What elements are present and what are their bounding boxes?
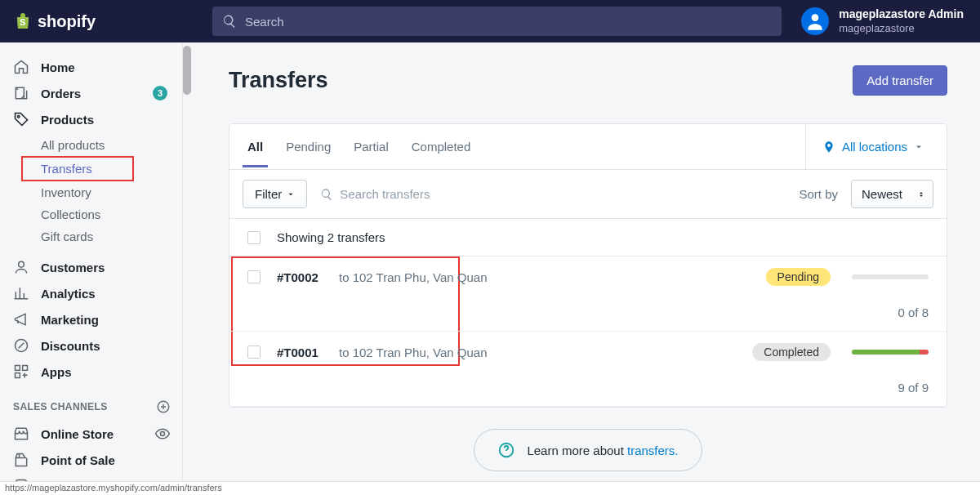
view-store-icon[interactable] [154,426,171,442]
user-store: mageplazastore [839,22,964,35]
transfers-card: All Pending Partial Completed All locati… [229,123,947,408]
tab-all[interactable]: All [236,127,274,167]
sub-item-collections[interactable]: Collections [0,203,182,225]
sub-item-gift-cards[interactable]: Gift cards [0,225,182,247]
svg-point-2 [17,115,20,118]
transfer-row[interactable]: #T0002 to 102 Tran Phu, Van Quan Pending… [229,256,947,332]
caret-down-icon [287,190,295,198]
discounts-icon [13,337,29,354]
sidebar-label: Products [41,113,94,127]
row-right: Pending [766,268,929,286]
add-transfer-button[interactable]: Add transfer [853,65,947,96]
tab-completed[interactable]: Completed [400,127,483,167]
marketing-icon [13,311,29,328]
progress-bar [852,274,929,279]
help-icon [497,441,515,459]
sidebar-label: Customers [41,261,105,274]
sidebar-label: Marketing [41,313,99,327]
logo-text: shopify [38,12,96,31]
row-checkbox[interactable] [247,270,261,283]
transfer-id: #T0001 [277,346,323,359]
filter-label: Filter [255,187,282,201]
select-all-checkbox[interactable] [247,231,261,244]
sidebar-item-analytics[interactable]: Analytics [0,280,182,306]
tabs: All Pending Partial Completed All locati… [229,124,947,170]
transfer-count: 0 of 8 [247,305,929,319]
progress-bar [852,350,929,355]
products-icon [13,111,29,127]
channel-online-store[interactable]: Online Store [0,421,182,447]
sub-item-inventory[interactable]: Inventory [0,181,182,203]
sub-item-transfers[interactable]: Transfers [21,156,134,181]
search-icon [320,188,333,201]
location-filter[interactable]: All locations [805,124,940,169]
learn-prefix: Learn more about [527,444,627,457]
sidebar-item-orders[interactable]: Orders 3 [0,80,182,106]
filter-button[interactable]: Filter [243,180,307,208]
page-title: Transfers [229,68,328,93]
sidebar-item-products[interactable]: Products [0,106,182,132]
shopify-logo[interactable]: S shopify [13,11,209,31]
user-text: mageplazastore Admin mageplazastore [839,7,964,35]
main-content: Transfers Add transfer All Pending Parti… [183,42,980,481]
sort-select[interactable]: Newest [851,180,933,208]
row-right: Completed [752,343,929,361]
search-icon [222,14,237,29]
sidebar-item-marketing[interactable]: Marketing [0,306,182,332]
orders-badge: 3 [153,86,167,100]
apps-icon [13,363,29,380]
sidebar-scrollbar[interactable] [183,46,191,95]
learn-more-link[interactable]: transfers. [627,444,679,457]
status-badge: Completed [752,343,831,361]
rows-container: #T0002 to 102 Tran Phu, Van Quan Pending… [229,256,947,407]
sidebar: Home Orders 3 Products All products Tran… [0,42,183,481]
avatar [801,7,829,35]
search-transfers[interactable] [320,187,786,201]
sidebar-label: Discounts [41,339,100,353]
channel-pos[interactable]: Point of Sale [0,447,182,473]
summary-text: Showing 2 transfers [277,230,385,244]
progress-fill [852,350,920,355]
transfer-destination: to 102 Tran Phu, Van Quan [339,346,488,359]
pos-icon [13,452,29,468]
global-search-input[interactable] [245,15,772,29]
status-badge: Pending [766,268,831,286]
location-filter-label: All locations [842,140,907,154]
sort-select-wrap[interactable]: Newest [851,180,933,208]
sidebar-item-customers[interactable]: Customers [0,254,182,280]
learn-more-pill: Learn more about transfers. [474,429,702,471]
tab-pending[interactable]: Pending [274,127,342,167]
sidebar-label: Point of Sale [41,453,115,467]
sidebar-item-home[interactable]: Home [0,54,182,80]
orders-icon [13,85,29,101]
transfer-destination: to 102 Tran Phu, Van Quan [339,270,488,284]
status-url: https://mageplazastore.myshopify.com/adm… [5,483,222,493]
filter-row: Filter Sort by Newest [229,170,947,218]
svg-point-1 [812,14,819,21]
svg-rect-5 [16,366,20,371]
svg-point-3 [19,261,24,267]
transfer-row[interactable]: #T0001 to 102 Tran Phu, Van Quan Complet… [229,332,947,407]
global-search[interactable] [212,7,782,36]
location-icon [822,140,835,154]
sidebar-item-discounts[interactable]: Discounts [0,332,182,359]
user-name: mageplazastore Admin [839,7,964,22]
transfer-count: 9 of 9 [247,381,929,395]
add-channel-icon[interactable] [156,399,171,414]
customers-icon [13,259,29,275]
svg-point-9 [161,432,165,436]
learn-more-text: Learn more about transfers. [527,444,678,457]
user-menu[interactable]: mageplazastore Admin mageplazastore [785,7,980,35]
search-transfers-input[interactable] [340,187,786,201]
sub-item-all-products[interactable]: All products [0,134,182,156]
store-icon [13,426,29,442]
browser-status-bar: https://mageplazastore.myshopify.com/adm… [0,481,980,495]
sidebar-label: Online Store [41,427,114,441]
svg-rect-6 [23,366,28,371]
shopify-bag-icon: S [13,11,33,31]
tab-partial[interactable]: Partial [342,127,400,167]
sidebar-item-apps[interactable]: Apps [0,359,182,385]
sort-label: Sort by [799,187,838,201]
transfer-id: #T0002 [277,270,323,284]
row-checkbox[interactable] [247,346,261,359]
